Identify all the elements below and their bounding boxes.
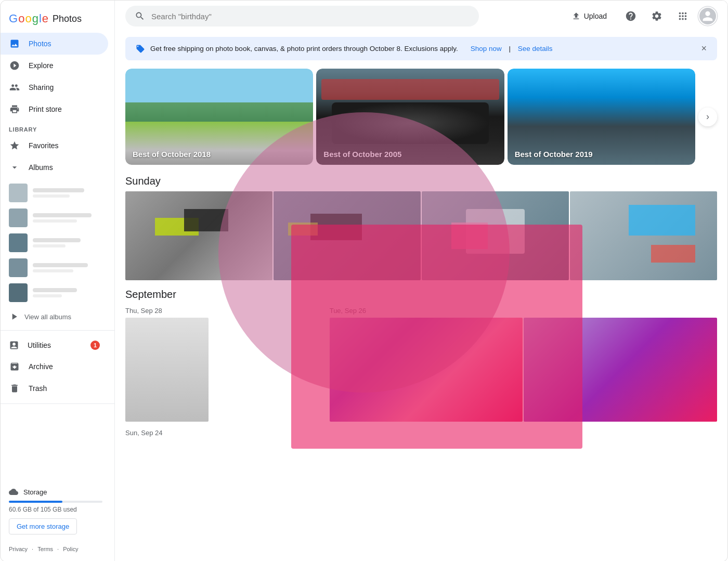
- storage-divider: [1, 403, 114, 404]
- storage-bar-fill: [9, 501, 62, 503]
- avatar-icon: [700, 9, 715, 23]
- sep-photos-26: [330, 318, 717, 422]
- avatar[interactable]: [698, 7, 717, 25]
- album-thumb-4: [9, 258, 28, 277]
- photos-icon: [9, 38, 20, 49]
- nav-photos-label: Photos: [29, 40, 51, 48]
- settings-button[interactable]: [646, 6, 667, 27]
- album-item[interactable]: [1, 280, 114, 305]
- view-all-albums-label: View all albums: [24, 313, 71, 321]
- nav-trash-label: Trash: [29, 384, 47, 393]
- sep-photo-28-1[interactable]: [125, 318, 209, 422]
- utilities-badge: 1: [90, 341, 100, 350]
- album-item[interactable]: [1, 230, 114, 255]
- nav-utilities[interactable]: Utilities 1: [1, 335, 108, 356]
- nav-photos[interactable]: Photos: [1, 33, 108, 55]
- memory-label-1: Best of October 2018: [133, 150, 211, 159]
- google-logo: Google: [9, 12, 48, 25]
- album-label-3: [33, 238, 106, 247]
- upload-icon: [571, 11, 581, 21]
- nav-trash[interactable]: Trash: [1, 377, 108, 399]
- logo-area: Google Photos: [1, 5, 114, 33]
- nav-archive-label: Archive: [29, 362, 53, 371]
- nav-albums-label: Albums: [29, 163, 53, 172]
- september-date-row: Thu, Sep 28 Tue, Sep 26: [115, 304, 727, 422]
- explore-icon: [9, 60, 20, 71]
- album-thumb-5: [9, 283, 28, 302]
- nav-albums[interactable]: Albums: [1, 156, 108, 178]
- nav-utilities-label: Utilities: [28, 341, 51, 349]
- memory-card-3[interactable]: Best of October 2019: [508, 69, 695, 165]
- album-label-2: [33, 213, 106, 223]
- album-label-4: [33, 263, 106, 272]
- storage-label: Storage: [9, 487, 106, 497]
- cloud-icon: [9, 487, 18, 497]
- album-thumb-3: [9, 233, 28, 252]
- album-thumb-1: [9, 184, 28, 202]
- app-name: Photos: [53, 14, 82, 24]
- albums-expand-icon: [9, 162, 20, 173]
- sharing-icon: [9, 82, 20, 93]
- memory-label-3: Best of October 2019: [515, 150, 593, 159]
- nav-favorites[interactable]: Favorites: [1, 135, 108, 156]
- sep-col-26: Tue, Sep 26: [330, 304, 717, 422]
- search-input[interactable]: [151, 12, 470, 21]
- see-details-link[interactable]: See details: [518, 45, 553, 53]
- banner-text: Get free shipping on photo book, canvas,…: [150, 45, 458, 53]
- top-bar: Upload: [115, 1, 727, 32]
- get-more-storage-button[interactable]: Get more storage: [9, 518, 77, 534]
- shop-now-link[interactable]: Shop now: [471, 45, 502, 53]
- nav-explore-label: Explore: [29, 61, 53, 70]
- nav-explore[interactable]: Explore: [1, 55, 108, 76]
- utilities-icon: [9, 340, 19, 350]
- storage-bar-bg: [9, 501, 102, 503]
- album-item[interactable]: [1, 205, 114, 230]
- memory-next-button[interactable]: ›: [698, 108, 717, 126]
- promo-banner: Get free shipping on photo book, canvas,…: [125, 37, 717, 60]
- library-section-label: LIBRARY: [1, 120, 114, 135]
- help-icon: [625, 10, 636, 22]
- nav-sharing[interactable]: Sharing: [1, 76, 108, 98]
- album-item[interactable]: [1, 180, 114, 205]
- nav-sharing-label: Sharing: [29, 83, 54, 92]
- storage-used-text: 60.6 GB of 105 GB used: [9, 506, 106, 513]
- top-actions: Upload: [563, 6, 717, 27]
- nav-favorites-label: Favorites: [29, 141, 59, 150]
- terms-link[interactable]: Terms: [37, 546, 53, 552]
- search-icon: [135, 11, 145, 21]
- trash-icon: [9, 383, 20, 394]
- sep-photo-26-2[interactable]: [524, 318, 717, 422]
- divider: [1, 330, 114, 331]
- footer-links: Privacy · Terms · Policy: [1, 541, 114, 557]
- sunday-photo-4[interactable]: [570, 191, 717, 280]
- settings-icon: [651, 10, 662, 22]
- album-thumb-2: [9, 208, 28, 227]
- album-item[interactable]: [1, 255, 114, 280]
- upload-button[interactable]: Upload: [563, 7, 615, 25]
- apps-icon: [677, 10, 688, 22]
- view-all-albums[interactable]: View all albums: [1, 307, 114, 326]
- privacy-link[interactable]: Privacy: [9, 546, 28, 552]
- arrow-right-icon: [9, 311, 19, 322]
- policy-link[interactable]: Policy: [63, 546, 78, 552]
- search-bar[interactable]: [125, 6, 479, 27]
- nav-print-store-label: Print store: [29, 105, 62, 113]
- albums-list: [1, 178, 114, 307]
- help-button[interactable]: [620, 6, 641, 27]
- nav-archive[interactable]: Archive: [1, 356, 108, 377]
- nav-print-store[interactable]: Print store: [1, 98, 108, 120]
- sidebar: Google Photos Photos Explore Sharing: [1, 1, 115, 561]
- archive-icon: [9, 361, 20, 372]
- print-store-icon: [9, 103, 20, 115]
- storage-section: Storage 60.6 GB of 105 GB used Get more …: [1, 481, 114, 541]
- main-content: Upload Get free shipping on photo book,: [115, 1, 727, 561]
- tag-icon: [136, 44, 145, 54]
- apps-button[interactable]: [672, 6, 693, 27]
- banner-close-button[interactable]: ×: [701, 43, 707, 54]
- album-label-5: [33, 288, 106, 297]
- album-label-1: [33, 188, 106, 198]
- favorites-icon: [9, 140, 20, 151]
